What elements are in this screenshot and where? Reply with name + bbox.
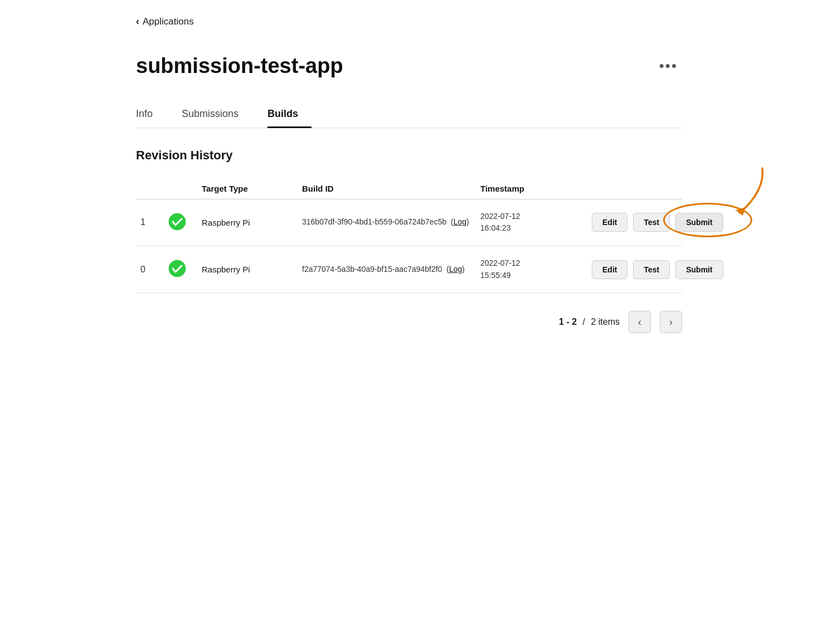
log-link-row0[interactable]: Log (454, 217, 466, 226)
back-chevron-icon: ‹ (136, 16, 139, 27)
row-timestamp: 2022-07-12 15:55:49 (476, 257, 587, 281)
pagination-separator: / (583, 317, 585, 326)
pagination-next-icon: › (669, 316, 673, 328)
more-menu-button[interactable]: ••• (655, 55, 682, 77)
svg-point-2 (169, 260, 186, 277)
pagination-next-button[interactable]: › (660, 311, 682, 333)
table-header: Target Type Build ID Timestamp (136, 178, 682, 199)
tab-submissions[interactable]: Submissions (182, 100, 252, 128)
svg-point-0 (169, 213, 186, 230)
col-header-timestamp: Timestamp (476, 184, 587, 193)
table-row: 0 Raspberry Pi f2a77074-5a3b-40a9-bf15-a… (136, 246, 682, 293)
row-actions: Edit Test Submit (587, 260, 728, 279)
tab-info[interactable]: Info (136, 100, 166, 128)
revision-history-section: Revision History Target Type Build ID Ti… (136, 148, 682, 334)
back-link-label: Applications (143, 16, 194, 27)
row-target-type: Raspberry Pi (197, 218, 298, 227)
row-number: 0 (136, 265, 164, 275)
table-row: 1 Raspberry Pi 316b07df-3f90-4bd1-b559-0… (136, 199, 682, 246)
row-timestamp: 2022-07-12 16:04:23 (476, 211, 587, 235)
row-status-icon (164, 260, 197, 279)
col-header-target-type: Target Type (197, 184, 298, 193)
edit-button-row1[interactable]: Edit (592, 260, 627, 279)
col-header-num (136, 184, 164, 193)
submit-wrapper-row0: Submit (675, 213, 723, 232)
row-build-id: f2a77074-5a3b-40a9-bf15-aac7a94bf2f0 (Lo… (298, 264, 476, 276)
app-title: submission-test-app (136, 54, 343, 78)
row-actions: Edit Test Submit (587, 213, 728, 232)
app-header: submission-test-app ••• (136, 54, 682, 78)
col-header-status (164, 184, 197, 193)
row-number: 1 (136, 217, 164, 227)
tabs-bar: Info Submissions Builds (136, 100, 682, 128)
submit-button-row1[interactable]: Submit (675, 260, 723, 279)
col-header-actions (587, 184, 682, 193)
back-to-applications-link[interactable]: ‹ Applications (136, 16, 682, 27)
row-build-id: 316b07df-3f90-4bd1-b559-06a724b7ec5b (Lo… (298, 216, 476, 228)
pagination: 1 - 2 / 2 items ‹ › (136, 311, 682, 333)
tab-builds[interactable]: Builds (267, 100, 311, 128)
pagination-range: 1 - 2 / 2 items (559, 317, 620, 327)
col-header-build-id: Build ID (298, 184, 476, 193)
pagination-prev-button[interactable]: ‹ (629, 311, 651, 333)
section-title: Revision History (136, 148, 682, 163)
test-button-row1[interactable]: Test (633, 260, 670, 279)
edit-button-row0[interactable]: Edit (592, 213, 627, 232)
submit-button-row0[interactable]: Submit (675, 213, 723, 232)
test-button-row0[interactable]: Test (633, 213, 670, 232)
pagination-prev-icon: ‹ (638, 316, 641, 328)
log-link-row1[interactable]: Log (449, 265, 462, 274)
svg-marker-1 (736, 207, 746, 216)
pagination-total: 2 items (591, 317, 620, 326)
row-target-type: Raspberry Pi (197, 265, 298, 274)
row-status-icon (164, 213, 197, 232)
